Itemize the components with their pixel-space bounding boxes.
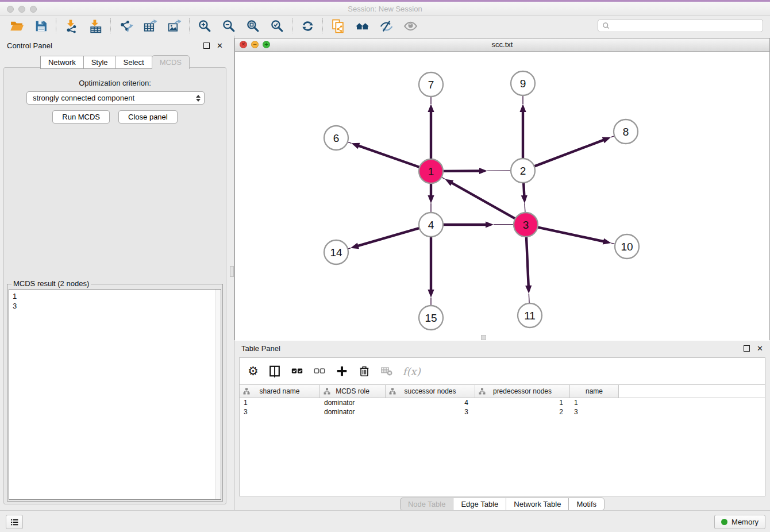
column-header-MCDS-role[interactable]: MCDS role (320, 385, 386, 398)
graph-node-3[interactable]: 3 (514, 213, 538, 237)
network-close-icon[interactable]: ✕ (240, 41, 247, 48)
deselect-all-columns-icon[interactable] (313, 365, 326, 377)
panel-splitter[interactable] (230, 36, 234, 510)
result-scrollbar[interactable] (215, 290, 221, 499)
mcds-result-title: MCDS result (2 nodes) (11, 279, 91, 288)
network-canvas[interactable]: 7968124314101511 (235, 52, 769, 341)
graph-node-2[interactable]: 2 (511, 159, 535, 183)
table-row[interactable]: 3dominator323 (240, 407, 765, 417)
column-header-predecessor-nodes[interactable]: predecessor nodes (475, 385, 570, 398)
task-list-button[interactable] (6, 515, 23, 529)
graph-node-4[interactable]: 4 (419, 213, 443, 237)
zoom-in-icon[interactable] (192, 17, 217, 34)
svg-text:14: 14 (330, 246, 342, 259)
graph-edge-3-1[interactable] (442, 178, 517, 219)
graph-node-6[interactable]: 6 (324, 126, 348, 150)
graph-edge-2-3[interactable] (521, 181, 528, 212)
graph-node-1[interactable]: 1 (419, 159, 443, 183)
canvas-scroll-handle[interactable] (481, 335, 486, 340)
network-overview-icon[interactable] (350, 17, 374, 34)
tab-edge-table[interactable]: Edge Table (453, 498, 506, 511)
cell-MCDS-role[interactable]: dominator (320, 398, 386, 407)
graph-node-8[interactable]: 8 (614, 119, 638, 144)
graph-node-7[interactable]: 7 (419, 72, 443, 97)
export-image-icon[interactable] (162, 17, 186, 34)
graph-edge-3-10[interactable] (536, 227, 615, 245)
graph-node-11[interactable]: 11 (518, 303, 542, 327)
cell-successor-nodes[interactable]: 4 (386, 398, 475, 407)
graph-edge-1-2[interactable] (441, 168, 510, 174)
svg-text:6: 6 (333, 132, 340, 144)
float-panel-icon[interactable] (203, 43, 210, 49)
tab-mcds[interactable]: MCDS (152, 55, 190, 69)
cell-predecessor-nodes[interactable]: 2 (475, 407, 570, 417)
search-input[interactable] (613, 21, 763, 30)
column-header-shared-name[interactable]: shared name (240, 385, 320, 398)
graph-node-14[interactable]: 14 (324, 240, 348, 264)
network-minimize-icon[interactable]: − (251, 41, 259, 48)
tab-node-table[interactable]: Node Table (400, 498, 454, 511)
graph-edge-4-3[interactable] (441, 221, 513, 228)
close-panel-button[interactable]: Close panel (118, 110, 178, 124)
cell-MCDS-role[interactable]: dominator (320, 407, 386, 417)
open-session-icon[interactable] (5, 17, 29, 34)
show-all-icon[interactable] (398, 17, 422, 34)
float-table-panel-icon[interactable] (744, 345, 750, 352)
save-session-icon[interactable] (29, 17, 53, 34)
add-column-icon[interactable] (336, 365, 348, 377)
zoom-fit-content-icon[interactable] (241, 17, 265, 34)
refresh-layout-icon[interactable] (295, 17, 319, 34)
close-table-panel-icon[interactable]: ✕ (757, 344, 763, 353)
export-network-icon[interactable] (114, 17, 138, 34)
zoom-out-icon[interactable] (217, 17, 241, 34)
close-panel-icon[interactable]: ✕ (217, 41, 223, 50)
cell-successor-nodes[interactable]: 3 (386, 407, 475, 417)
splitter-grip-icon[interactable] (230, 266, 234, 277)
tab-style[interactable]: Style (83, 56, 116, 69)
cell-shared-name[interactable]: 3 (240, 407, 320, 417)
graph-node-15[interactable]: 15 (419, 306, 443, 330)
cell-name[interactable]: 3 (570, 407, 619, 417)
tab-network-table[interactable]: Network Table (506, 498, 569, 511)
graph-node-10[interactable]: 10 (615, 234, 639, 259)
select-all-columns-icon[interactable] (291, 365, 303, 377)
graph-edge-4-15[interactable] (428, 235, 434, 305)
column-header-name[interactable]: name (570, 385, 619, 398)
run-mcds-button[interactable]: Run MCDS (52, 110, 110, 124)
graph-edge-2-9[interactable] (519, 96, 526, 160)
tab-network[interactable]: Network (40, 56, 84, 69)
mcds-result-area[interactable]: 1 3 (9, 289, 221, 500)
cell-shared-name[interactable]: 1 (240, 398, 320, 407)
network-window-titlebar[interactable]: ✕ − + scc.txt (235, 38, 769, 52)
import-network-icon[interactable] (59, 17, 83, 34)
table-row[interactable]: 1dominator411 (240, 398, 765, 407)
memory-status-icon (721, 519, 727, 525)
delete-column-icon[interactable] (358, 365, 371, 377)
graph-edge-4-14[interactable] (348, 228, 421, 249)
import-table-icon[interactable] (83, 17, 107, 34)
criterion-select[interactable]: strongly connected component (26, 91, 205, 105)
graph-node-9[interactable]: 9 (511, 71, 535, 95)
network-maximize-icon[interactable]: + (263, 41, 270, 48)
zoom-selected-icon[interactable] (265, 17, 289, 34)
hide-selected-icon[interactable] (374, 17, 398, 34)
svg-text:4: 4 (428, 219, 434, 231)
graph-edge-3-11[interactable] (525, 235, 532, 303)
graph-edge-1-6[interactable] (348, 142, 421, 168)
tab-select[interactable]: Select (116, 56, 152, 69)
cell-name[interactable]: 1 (570, 398, 619, 407)
search-box[interactable] (598, 19, 763, 32)
graph-edge-1-7[interactable] (428, 97, 434, 161)
table-settings-icon[interactable]: ⚙ (248, 365, 259, 377)
cell-predecessor-nodes[interactable]: 1 (475, 398, 570, 407)
network-graph[interactable]: 7968124314101511 (235, 52, 769, 341)
memory-button[interactable]: Memory (714, 515, 765, 529)
svg-text:9: 9 (520, 78, 526, 90)
graph-edge-2-8[interactable] (533, 136, 614, 167)
copy-network-icon[interactable] (326, 17, 350, 34)
column-header-successor-nodes[interactable]: successor nodes (386, 385, 475, 398)
tab-motifs[interactable]: Motifs (568, 498, 605, 511)
export-table-icon[interactable] (138, 17, 162, 34)
split-view-icon[interactable] (268, 365, 281, 377)
graph-edge-1-4[interactable] (428, 182, 434, 212)
